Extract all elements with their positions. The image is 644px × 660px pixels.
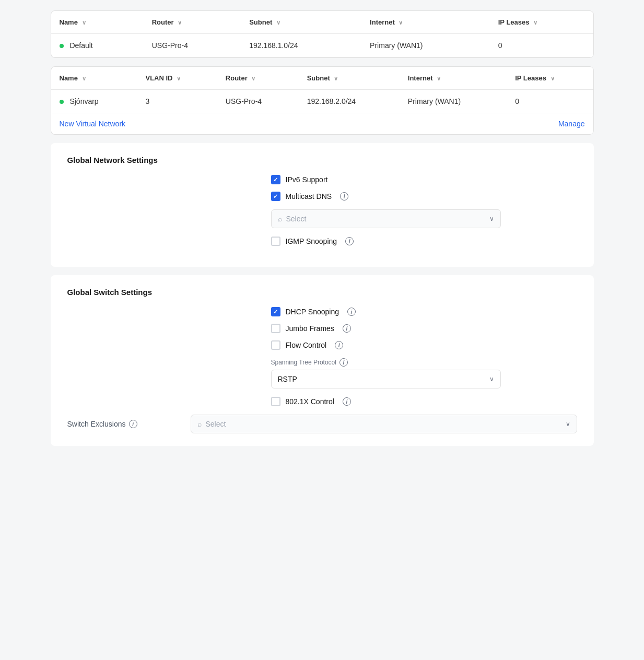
table-row: Sjónvarp 3 USG-Pro-4 192.168.2.0/24 Prim… <box>51 90 593 113</box>
switch-exclusions-label: Switch Exclusions i <box>67 420 182 428</box>
network-checkboxes-group: IPv6 Support Multicast DNS i <box>271 175 577 201</box>
ip-leases-cell: 0 <box>490 34 593 57</box>
stp-dropdown-row: Spanning Tree Protocol i RSTP ∨ <box>271 358 577 388</box>
vn-col-ip-leases[interactable]: IP Leases ∨ <box>507 67 593 90</box>
search-icon: ⌕ <box>278 215 282 223</box>
vn-internet-sort-icon: ∨ <box>437 75 441 82</box>
8021x-control-label: 802.1X Control <box>286 397 334 406</box>
8021x-info-icon: i <box>343 397 351 406</box>
vn-col-name[interactable]: Name ∨ <box>51 67 137 90</box>
8021x-group: 802.1X Control i <box>271 397 577 406</box>
router-cell: USG-Pro-4 <box>144 34 241 57</box>
ip-leases-sort-icon: ∨ <box>533 19 537 26</box>
vn-subnet-sort-icon: ∨ <box>334 75 338 82</box>
dhcp-snooping-label: DHCP Snooping <box>286 308 339 316</box>
global-switch-settings-section: Global Switch Settings DHCP Snooping i J… <box>51 275 594 446</box>
multicast-dns-placeholder: Select <box>286 215 485 223</box>
col-subnet[interactable]: Subnet ∨ <box>241 11 361 34</box>
8021x-control-row: 802.1X Control i <box>271 397 577 406</box>
igmp-snooping-label: IGMP Snooping <box>286 237 337 245</box>
flow-control-info-icon: i <box>335 341 343 349</box>
dhcp-snooping-checkbox[interactable] <box>271 307 280 316</box>
jumbo-frames-checkbox[interactable] <box>271 324 280 333</box>
col-router[interactable]: Router ∨ <box>144 11 241 34</box>
dhcp-snooping-row: DHCP Snooping i <box>271 307 577 316</box>
switch-checkboxes-group: DHCP Snooping i Jumbo Frames i Flow Cont… <box>271 307 577 350</box>
jumbo-frames-label: Jumbo Frames <box>286 324 334 333</box>
stp-value: RSTP <box>278 375 485 383</box>
ipv6-support-label: IPv6 Support <box>286 175 328 184</box>
igmp-group: IGMP Snooping i <box>271 237 577 246</box>
global-switch-settings-title: Global Switch Settings <box>67 288 577 297</box>
vn-vlan-id-cell: 3 <box>137 90 217 113</box>
router-sort-icon: ∨ <box>178 19 182 26</box>
multicast-dns-label: Multicast DNS <box>286 192 332 201</box>
manage-button[interactable]: Manage <box>558 120 585 128</box>
vn-name-sort-icon: ∨ <box>82 75 86 82</box>
vn-router-cell: USG-Pro-4 <box>217 90 299 113</box>
multicast-dns-row: Multicast DNS i <box>271 192 577 201</box>
stp-info-icon: i <box>339 358 348 367</box>
vn-vlan-sort-icon: ∨ <box>177 75 181 82</box>
virtual-network-card: Name ∨ VLAN ID ∨ Router ∨ Subnet ∨ <box>51 66 594 135</box>
dhcp-snooping-info-icon: i <box>347 308 356 316</box>
switch-exclusions-select[interactable]: ⌕ Select ∨ <box>191 415 577 433</box>
igmp-snooping-checkbox[interactable] <box>271 237 280 246</box>
flow-control-label: Flow Control <box>286 341 327 349</box>
network-name-cell: Default <box>51 34 144 57</box>
vn-internet-cell: Primary (WAN1) <box>400 90 507 113</box>
name-sort-icon: ∨ <box>82 19 86 26</box>
virtual-network-footer: New Virtual Network Manage <box>51 113 593 134</box>
main-network-card: Name ∨ Router ∨ Subnet ∨ Internet ∨ <box>51 10 594 58</box>
stp-label: Spanning Tree Protocol i <box>271 358 577 367</box>
8021x-control-checkbox[interactable] <box>271 397 280 406</box>
subnet-cell: 192.168.1.0/24 <box>241 34 361 57</box>
multicast-dns-checkbox[interactable] <box>271 192 280 201</box>
multicast-dns-dropdown-row: ⌕ Select ∨ <box>271 209 577 228</box>
switch-exclusions-chevron-icon: ∨ <box>566 420 570 428</box>
main-network-table: Name ∨ Router ∨ Subnet ∨ Internet ∨ <box>51 11 593 57</box>
vn-col-subnet[interactable]: Subnet ∨ <box>299 67 400 90</box>
ipv6-support-checkbox[interactable] <box>271 175 280 184</box>
vn-ip-leases-sort-icon: ∨ <box>551 75 555 82</box>
stp-chevron-icon: ∨ <box>489 375 494 383</box>
stp-select[interactable]: RSTP ∨ <box>271 370 501 388</box>
col-name[interactable]: Name ∨ <box>51 11 144 34</box>
switch-exclusions-info-icon: i <box>129 420 137 428</box>
global-network-settings-title: Global Network Settings <box>67 156 577 164</box>
jumbo-frames-row: Jumbo Frames i <box>271 324 577 333</box>
switch-exclusions-placeholder: Select <box>206 420 561 428</box>
vn-name-cell: Sjónvarp <box>51 90 137 113</box>
col-internet[interactable]: Internet ∨ <box>361 11 490 34</box>
vn-status-dot <box>60 100 64 104</box>
flow-control-row: Flow Control i <box>271 340 577 350</box>
ipv6-support-row: IPv6 Support <box>271 175 577 184</box>
flow-control-checkbox[interactable] <box>271 340 280 350</box>
vn-router-sort-icon: ∨ <box>251 75 255 82</box>
internet-sort-icon: ∨ <box>399 19 403 26</box>
table-row: Default USG-Pro-4 192.168.1.0/24 Primary… <box>51 34 593 57</box>
jumbo-frames-info-icon: i <box>343 324 351 333</box>
multicast-dns-select[interactable]: ⌕ Select ∨ <box>271 209 501 228</box>
vn-col-router[interactable]: Router ∨ <box>217 67 299 90</box>
subnet-sort-icon: ∨ <box>276 19 280 26</box>
vn-col-internet[interactable]: Internet ∨ <box>400 67 507 90</box>
switch-exclusions-search-icon: ⌕ <box>197 420 202 428</box>
new-virtual-network-button[interactable]: New Virtual Network <box>60 120 126 128</box>
status-dot <box>60 44 64 48</box>
virtual-network-table: Name ∨ VLAN ID ∨ Router ∨ Subnet ∨ <box>51 67 593 113</box>
multicast-dns-info-icon: i <box>340 192 348 201</box>
switch-exclusions-row: Switch Exclusions i ⌕ Select ∨ <box>67 415 577 433</box>
igmp-snooping-info-icon: i <box>345 237 354 245</box>
vn-ip-leases-cell: 0 <box>507 90 593 113</box>
internet-cell: Primary (WAN1) <box>361 34 490 57</box>
chevron-down-icon: ∨ <box>489 215 494 222</box>
vn-subnet-cell: 192.168.2.0/24 <box>299 90 400 113</box>
igmp-snooping-row: IGMP Snooping i <box>271 237 577 246</box>
global-network-settings-section: Global Network Settings IPv6 Support Mul… <box>51 143 594 267</box>
vn-col-vlan-id[interactable]: VLAN ID ∨ <box>137 67 217 90</box>
col-ip-leases[interactable]: IP Leases ∨ <box>490 11 593 34</box>
